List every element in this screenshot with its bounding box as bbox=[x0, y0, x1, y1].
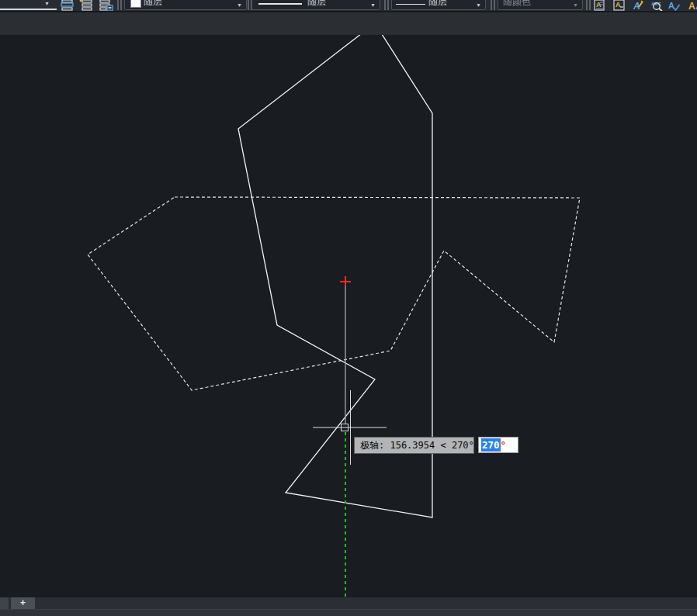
chevron-down-icon[interactable]: ▼ bbox=[237, 2, 242, 8]
chevron-down-icon[interactable]: ▼ bbox=[370, 2, 376, 8]
single-line-text-icon[interactable]: A bbox=[613, 0, 625, 11]
plotstyle-control-value: 随颜色 bbox=[503, 0, 531, 9]
add-layout-tab-button[interactable]: + bbox=[11, 597, 35, 609]
plus-icon: + bbox=[20, 597, 26, 608]
color-swatch bbox=[130, 0, 141, 8]
polar-tracking-text: 极轴: 156.3954 < 270° bbox=[360, 440, 474, 451]
degree-symbol: ° bbox=[501, 439, 507, 451]
spell-check-icon[interactable]: ABC bbox=[650, 0, 664, 11]
linetype-sample-icon bbox=[258, 3, 302, 5]
layout-tab-bar: + bbox=[0, 597, 697, 609]
color-control-value: 随层 bbox=[144, 0, 162, 9]
dropdown-bottom-border bbox=[0, 9, 57, 10]
layer-states-icon[interactable] bbox=[99, 0, 113, 11]
linetype-control-dropdown[interactable]: 随层 ▼ bbox=[251, 0, 380, 10]
clipped-text-icon[interactable]: A bbox=[687, 0, 697, 11]
layer-new-icon[interactable] bbox=[79, 0, 94, 11]
drawing-svg bbox=[0, 35, 697, 597]
text-check-icon[interactable]: A bbox=[668, 0, 680, 11]
dashed-polyline-selected bbox=[88, 197, 580, 390]
layout-tab-partial[interactable] bbox=[0, 597, 9, 609]
plotstyle-control-dropdown[interactable]: 随颜色 ▼ bbox=[498, 0, 583, 10]
lineweight-control-dropdown[interactable]: 随层 ▼ bbox=[391, 0, 486, 10]
svg-text:A: A bbox=[616, 1, 621, 9]
toolbar-lower-band bbox=[0, 12, 697, 35]
toolbar-separator bbox=[586, 0, 591, 10]
toolbar-separator bbox=[384, 0, 389, 10]
status-bar-clipped bbox=[0, 609, 697, 616]
lineweight-control-value: 随层 bbox=[428, 0, 447, 9]
dynamic-input-selected-value[interactable]: 270 bbox=[481, 438, 501, 452]
layer-properties-icon[interactable] bbox=[60, 0, 75, 11]
top-toolbar: ▼ bbox=[0, 0, 697, 12]
chevron-down-icon[interactable]: ▼ bbox=[573, 2, 578, 8]
drawing-canvas[interactable]: 极轴: 156.3954 < 270° 270° bbox=[0, 35, 697, 597]
svg-text:A: A bbox=[688, 1, 695, 11]
edit-text-icon[interactable]: A bbox=[633, 0, 644, 11]
text-style-icon[interactable]: A bbox=[594, 0, 605, 11]
chevron-down-icon[interactable]: ▼ bbox=[44, 1, 50, 6]
linetype-control-value: 随层 bbox=[307, 0, 326, 9]
toolbar-separator bbox=[491, 0, 495, 10]
color-control-dropdown[interactable]: 随层 ▼ bbox=[124, 0, 247, 10]
application-window: ▼ bbox=[0, 0, 697, 616]
polar-tracking-tooltip: 极轴: 156.3954 < 270° bbox=[354, 437, 474, 454]
chevron-down-icon[interactable]: ▼ bbox=[476, 2, 481, 8]
lineweight-sample-icon bbox=[396, 4, 425, 5]
toolbar-separator bbox=[117, 0, 122, 10]
dynamic-input-field[interactable]: 270° bbox=[478, 437, 518, 453]
